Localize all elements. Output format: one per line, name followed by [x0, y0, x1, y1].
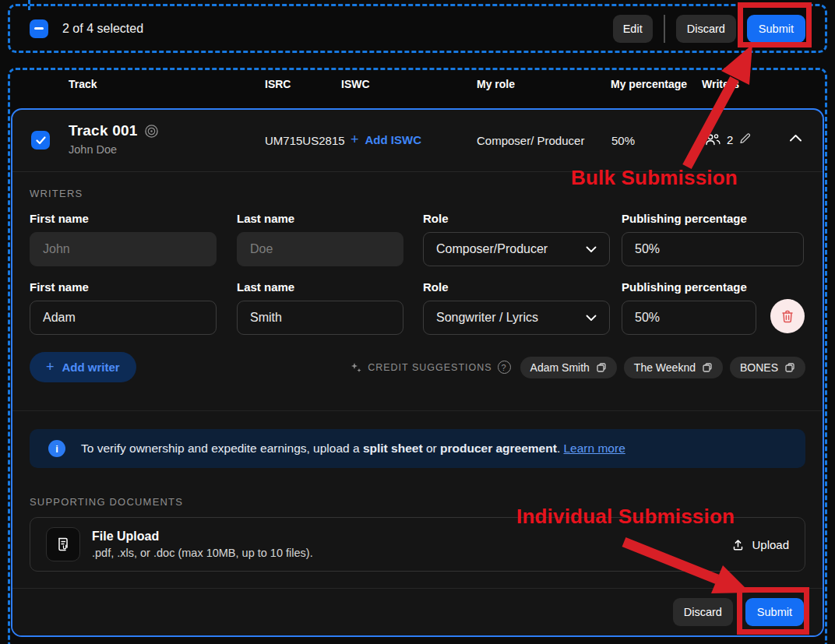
selected-count-text: 2 of 4 selected	[62, 22, 143, 36]
file-upload-dropzone[interactable]: File Upload .pdf, .xls, or .doc (max 10M…	[30, 517, 805, 572]
first-name-label: First name	[30, 212, 217, 225]
add-iswc-button[interactable]: + Add ISWC	[351, 132, 421, 148]
credit-suggestions-label-group: CREDIT SUGGESTIONS ?	[350, 361, 510, 374]
app-canvas: 2 of 4 selected Edit Discard Submit Trac…	[0, 0, 835, 644]
banner-text-middle: or	[423, 442, 440, 455]
last-name-input[interactable]	[237, 232, 403, 266]
disc-icon	[144, 124, 159, 139]
add-writer-button[interactable]: + Add writer	[30, 352, 136, 382]
info-banner: i To verify ownership and expedite earni…	[30, 429, 805, 468]
banner-text-start: To verify ownership and expedite earning…	[81, 442, 363, 455]
column-header-writers: Writers	[702, 78, 739, 90]
track-artist: John Doe	[69, 143, 159, 156]
info-icon: i	[48, 440, 65, 457]
writers-count-value: 2	[727, 133, 733, 146]
upload-icon	[731, 538, 745, 551]
role-select-value: Songwriter / Lyrics	[436, 311, 538, 325]
edit-button[interactable]: Edit	[613, 15, 653, 43]
section-divider	[12, 410, 823, 411]
bulk-discard-button[interactable]: Discard	[676, 15, 736, 43]
banner-highlight-producer-agreement: producer agreement	[440, 442, 557, 455]
suggestion-name: BONES	[740, 361, 778, 374]
bulk-selection-bar: 2 of 4 selected Edit Discard Submit	[8, 4, 827, 53]
last-name-label: Last name	[237, 212, 403, 225]
suggestion-chip[interactable]: The Weeknd	[624, 357, 723, 378]
track-discard-button[interactable]: Discard	[673, 598, 733, 626]
track-card: Track 001 John Doe UM715US2815 + Add ISW…	[11, 108, 824, 637]
copy-icon	[596, 362, 607, 373]
last-name-label: Last name	[237, 280, 403, 294]
info-banner-text: To verify ownership and expedite earning…	[81, 442, 625, 456]
file-tile	[46, 527, 80, 561]
column-header-iswc: ISWC	[341, 78, 370, 90]
last-name-input[interactable]	[237, 301, 403, 335]
suggestion-name: The Weeknd	[634, 361, 696, 374]
track-summary-row[interactable]: Track 001 John Doe UM715US2815 + Add ISW…	[12, 110, 823, 172]
select-all-checkbox[interactable]	[30, 19, 48, 38]
writers-section-label: WRITERS	[30, 188, 805, 199]
trash-icon	[780, 309, 794, 324]
edit-track-button[interactable]	[738, 131, 752, 148]
upload-button[interactable]: Upload	[731, 538, 789, 551]
writer-actions-row: + Add writer CREDIT SUGGESTIONS ? Adam S…	[30, 352, 805, 382]
track-card-body: WRITERS First name Last name Role Compos…	[12, 188, 823, 572]
suggestion-chip[interactable]: Adam Smith	[520, 357, 617, 378]
plus-icon: +	[351, 132, 359, 148]
bulk-selection-actions: Edit Discard Submit	[613, 15, 805, 43]
publishing-percentage-input[interactable]	[622, 301, 756, 335]
pencil-icon	[738, 131, 752, 146]
track-card-footer: Discard Submit	[12, 588, 823, 635]
add-writer-label: Add writer	[62, 361, 120, 374]
column-header-track: Track	[69, 78, 97, 90]
role-select[interactable]: Composer/Producer	[423, 232, 610, 266]
role-select-value: Composer/Producer	[436, 242, 548, 256]
suggestion-chip[interactable]: BONES	[730, 357, 805, 378]
supporting-documents-label: SUPPORTING DOCUMENTS	[30, 496, 805, 508]
file-upload-texts: File Upload .pdf, .xls, or .doc (max 10M…	[92, 530, 720, 559]
publishing-percentage-input[interactable]	[622, 232, 804, 266]
copy-icon	[784, 362, 795, 373]
delete-writer-button[interactable]	[770, 299, 805, 333]
track-checkbox[interactable]	[31, 131, 50, 150]
learn-more-link[interactable]: Learn more	[564, 442, 625, 455]
first-name-input[interactable]	[30, 232, 217, 266]
role-select[interactable]: Songwriter / Lyrics	[423, 301, 610, 335]
bulk-submit-button[interactable]: Submit	[747, 15, 805, 43]
indeterminate-minus-icon	[34, 27, 44, 30]
role-label: Role	[423, 280, 610, 294]
writer-row-1: First name Last name Role Composer/Produ…	[30, 212, 805, 266]
dashed-annotation-stub	[28, 0, 30, 10]
track-isrc-value: UM715US2815	[265, 134, 345, 147]
publishing-percentage-label: Publishing percentage	[622, 280, 756, 294]
publishing-percentage-label: Publishing percentage	[622, 212, 804, 225]
copy-icon	[702, 362, 713, 373]
document-attachment-icon	[55, 536, 72, 553]
add-iswc-label: Add ISWC	[365, 133, 422, 146]
track-submit-button[interactable]: Submit	[745, 598, 804, 626]
track-percentage-value: 50%	[611, 134, 635, 147]
file-upload-subtitle: .pdf, .xls, or .doc (max 10MB, up to 10 …	[92, 547, 720, 559]
writer-row-2: First name Last name Role Songwriter / L…	[30, 280, 805, 335]
collapse-track-button[interactable]	[789, 133, 802, 145]
chevron-down-icon	[586, 246, 597, 253]
role-label: Role	[423, 212, 610, 225]
track-writers-count: 2	[704, 132, 733, 146]
column-header-my-role: My role	[477, 78, 515, 90]
actions-divider	[664, 15, 665, 43]
track-role-value: Composer/ Producer	[477, 134, 584, 147]
credit-suggestions-label: CREDIT SUGGESTIONS	[368, 362, 491, 373]
banner-text-end: .	[557, 442, 564, 455]
credit-suggestions: CREDIT SUGGESTIONS ? Adam Smith The Week…	[350, 357, 805, 378]
sparkle-icon	[350, 361, 362, 374]
check-icon	[36, 136, 46, 145]
upload-button-label: Upload	[752, 538, 789, 551]
first-name-label: First name	[30, 280, 217, 294]
file-upload-title: File Upload	[92, 530, 720, 544]
help-icon[interactable]: ?	[498, 361, 511, 374]
chevron-down-icon	[586, 315, 597, 322]
suggestion-name: Adam Smith	[530, 361, 590, 374]
tracks-table-header: Track ISRC ISWC My role My percentage Wr…	[0, 68, 835, 102]
plus-icon: +	[46, 359, 55, 375]
first-name-input[interactable]	[30, 301, 217, 335]
track-title: Track 001	[69, 122, 137, 139]
